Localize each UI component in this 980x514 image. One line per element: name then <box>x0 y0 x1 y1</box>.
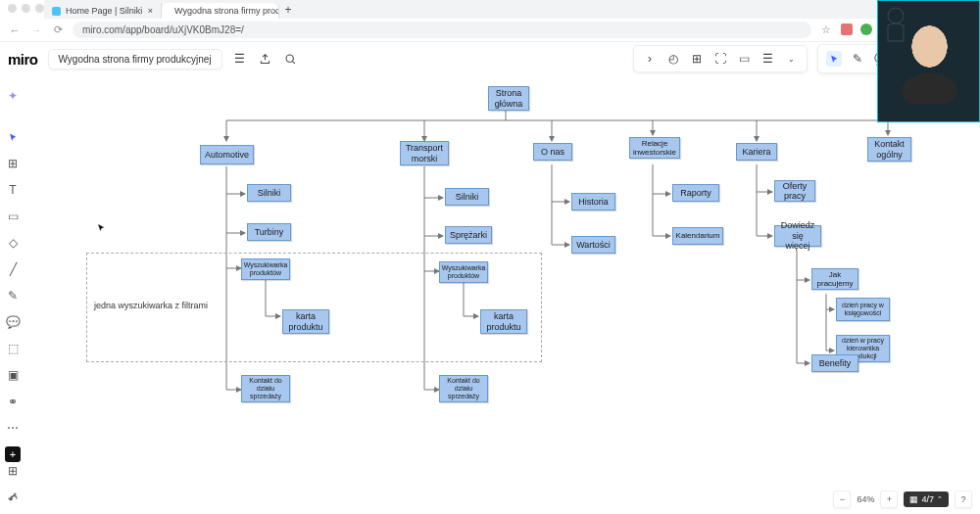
tab-title: Home Page | Silniki <box>66 6 142 16</box>
url-text: miro.com/app/board/uXjVK0BmJ28=/ <box>82 24 244 35</box>
expand-icon[interactable]: ⤢ <box>5 489 21 504</box>
menu-icon[interactable]: ☰ <box>232 51 248 67</box>
node[interactable]: karta produktu <box>282 309 329 334</box>
more-tool[interactable]: ⋯ <box>5 420 21 436</box>
back-icon[interactable]: ← <box>8 23 22 37</box>
node[interactable]: Wartości <box>571 236 615 254</box>
browser-tab-active[interactable]: Wygodna strona firmy produ… × <box>162 3 279 19</box>
forward-icon[interactable]: → <box>29 23 43 37</box>
extension-icon[interactable] <box>860 23 872 35</box>
shape-tool[interactable]: ◇ <box>5 235 21 251</box>
pen-tool[interactable]: ✎ <box>5 288 21 304</box>
node-kontakt[interactable]: Kontakt ogólny <box>867 137 911 162</box>
window-min[interactable] <box>22 4 30 13</box>
node[interactable]: karta produktu <box>480 309 527 334</box>
zoom-controls: − 64% + ▦ 4/7 ⌃ ? <box>833 491 972 508</box>
node[interactable]: Kontakt do działu sprzedaży <box>439 375 488 402</box>
export-icon[interactable] <box>258 51 273 67</box>
node[interactable]: Historia <box>571 193 615 210</box>
chevron-right-icon[interactable]: › <box>642 51 658 67</box>
text-tool[interactable]: T <box>5 182 21 198</box>
pages-text: 4/7 <box>921 494 934 504</box>
node[interactable]: dzień pracy w księgowości <box>836 298 890 321</box>
favicon <box>52 7 61 16</box>
chevron-down-icon[interactable]: ⌄ <box>783 51 799 67</box>
node[interactable]: Kalendarium <box>672 227 723 245</box>
sparkle-icon[interactable]: ✦ <box>5 88 21 104</box>
left-toolbar-bottom: ⊞ ⤢ <box>3 463 23 504</box>
node[interactable]: Dowiedz się więcej <box>774 225 821 247</box>
node-transport[interactable]: Transport morski <box>400 141 449 165</box>
app-icon[interactable]: ⊞ <box>689 51 705 67</box>
toolbar-group: › ◴ ⊞ ⛶ ▭ ☰ ⌄ <box>633 45 808 72</box>
connect-tool[interactable]: ⚭ <box>5 394 21 409</box>
line-tool[interactable]: ╱ <box>5 261 21 277</box>
address-bar[interactable]: miro.com/app/board/uXjVK0BmJ28=/ <box>73 22 811 38</box>
node[interactable]: Silniki <box>247 184 291 202</box>
node-automotive[interactable]: Automotive <box>200 145 254 164</box>
node[interactable]: Wyszukiwarka produktów <box>439 261 488 283</box>
pen-icon[interactable]: ✎ <box>850 51 865 67</box>
frame-icon: ▦ <box>909 494 918 504</box>
add-tool[interactable]: + <box>5 446 21 462</box>
card-icon[interactable]: ▭ <box>736 51 752 67</box>
zoom-in-button[interactable]: + <box>880 491 898 508</box>
app-header: miro Wygodna strona firmy produkcyjnej ☰… <box>0 42 980 75</box>
browser-toolbar: ← → ⟳ miro.com/app/board/uXjVK0BmJ28=/ ☆… <box>0 19 980 42</box>
node[interactable]: Sprężarki <box>445 226 492 244</box>
cursor-icon[interactable] <box>826 51 842 67</box>
browser-tabbar: Home Page | Silniki × Wygodna strona fir… <box>44 0 980 19</box>
canvas[interactable]: jedna wyszukiwarka z filtrami Strona głó… <box>27 76 980 514</box>
node[interactable]: Jak pracujemy <box>811 268 858 290</box>
list-icon[interactable]: ☰ <box>760 51 775 67</box>
select-tool[interactable] <box>5 129 21 145</box>
node-root[interactable]: Strona główna <box>488 86 529 111</box>
frame-tool[interactable]: ⬚ <box>5 341 21 356</box>
template-tool[interactable]: ⊞ <box>5 156 21 171</box>
selection-label: jedna wyszukiwarka z filtrami <box>94 301 208 310</box>
node-kariera[interactable]: Kariera <box>736 143 777 161</box>
comment-tool[interactable]: 💬 <box>5 314 21 330</box>
webcam-overlay <box>877 0 980 122</box>
star-icon[interactable]: ☆ <box>819 23 833 37</box>
mouse-cursor <box>97 223 107 233</box>
svg-point-1 <box>888 8 904 23</box>
tab-title: Wygodna strona firmy produ… <box>174 6 279 16</box>
sticky-tool[interactable]: ▭ <box>5 209 21 224</box>
frame-icon[interactable]: ⛶ <box>712 51 728 67</box>
chevron-up-icon: ⌃ <box>937 495 943 503</box>
close-icon[interactable]: × <box>148 6 153 16</box>
browser-tab[interactable]: Home Page | Silniki × <box>44 3 162 19</box>
node[interactable]: Turbiny <box>247 223 291 241</box>
window-close[interactable] <box>8 4 17 13</box>
node[interactable]: Silniki <box>445 188 489 206</box>
miro-logo[interactable]: miro <box>8 51 38 68</box>
timer-icon[interactable]: ◴ <box>665 51 681 67</box>
help-icon[interactable]: ? <box>955 491 972 508</box>
node[interactable]: Oferty pracy <box>774 180 815 202</box>
node[interactable]: Kontakt do działu sprzedaży <box>241 375 290 402</box>
zoom-out-button[interactable]: − <box>833 491 851 508</box>
node-relacje[interactable]: Relacje inwestorskie <box>629 137 680 159</box>
window-max[interactable] <box>35 4 44 13</box>
node-onas[interactable]: O nas <box>533 143 572 161</box>
svg-point-0 <box>286 55 293 62</box>
node[interactable]: Benefity <box>811 354 858 372</box>
zoom-level[interactable]: 64% <box>857 494 874 504</box>
node[interactable]: Wyszukiwarka produktów <box>241 258 290 280</box>
board-title-input[interactable]: Wygodna strona firmy produkcyjnej <box>48 49 222 70</box>
node[interactable]: Raporty <box>672 184 719 202</box>
pages-indicator[interactable]: ▦ 4/7 ⌃ <box>904 491 949 507</box>
grid-icon[interactable]: ⊞ <box>5 463 21 479</box>
new-tab-button[interactable]: + <box>279 1 297 19</box>
search-icon[interactable] <box>283 51 299 67</box>
reload-icon[interactable]: ⟳ <box>51 23 65 37</box>
window-controls[interactable] <box>8 4 44 13</box>
extension-icon[interactable] <box>841 23 853 35</box>
left-toolbar: ✦ ⊞ T ▭ ◇ ╱ ✎ 💬 ⬚ ▣ ⚭ ⋯ + ↶ ↷ <box>3 88 23 514</box>
frame2-tool[interactable]: ▣ <box>5 367 21 383</box>
webcam-person <box>893 16 966 104</box>
